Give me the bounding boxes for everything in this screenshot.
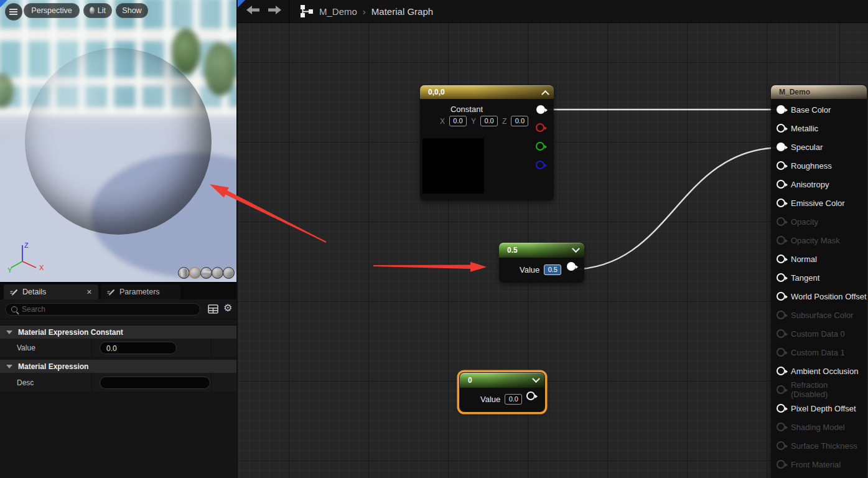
material-input-pin[interactable] (777, 460, 785, 469)
breadcrumb-root[interactable]: M_Demo (319, 6, 357, 17)
desc-property-label: Desc (0, 373, 92, 392)
value-label: Value (480, 395, 500, 404)
display-filter-icon[interactable] (208, 304, 218, 314)
search-input[interactable]: Search (5, 303, 200, 316)
constant-output-pin-g[interactable] (536, 142, 544, 151)
material-pin-row[interactable]: Ambient Occlusion (777, 362, 867, 380)
material-input-pin[interactable] (777, 292, 785, 301)
material-pin-row[interactable]: Subsurface Color (777, 306, 867, 324)
material-graph-panel[interactable]: 0,0,0 Constant X 0.0 Y 0.0 Z 0.0 (238, 0, 868, 478)
back-arrow-icon (246, 6, 260, 14)
material-input-pin[interactable] (777, 423, 785, 431)
value-property-label: Value (0, 339, 92, 357)
tab-close-icon[interactable]: ✕ (86, 288, 92, 296)
material-input-pin[interactable] (777, 367, 785, 375)
half-node-header[interactable]: 0.5 (499, 243, 584, 258)
teapot-mesh-button[interactable] (223, 267, 235, 279)
zero-value-input[interactable]: 0.0 (505, 394, 522, 405)
material-pin-row[interactable]: Shading Model (777, 418, 867, 436)
section-material-expression[interactable]: Material Expression (0, 359, 236, 373)
material-pin-row[interactable]: Pixel Depth Offset (777, 399, 867, 418)
back-button[interactable] (243, 6, 264, 17)
material-input-pin[interactable] (777, 180, 785, 189)
show-button[interactable]: Show (116, 3, 148, 18)
material-pin-row[interactable]: Base Color (777, 100, 867, 119)
material-pin-row[interactable]: Front Material (777, 455, 867, 474)
section-material-expression-constant[interactable]: Material Expression Constant (0, 325, 236, 339)
material-pin-row[interactable]: Opacity (777, 212, 867, 231)
material-input-pin[interactable] (777, 441, 785, 450)
zero-constant-node[interactable]: 0 Value 0.0 (460, 373, 544, 411)
material-pin-row[interactable]: Surface Thickness (777, 436, 867, 455)
material-pin-label: Specular (791, 143, 823, 152)
breadcrumb-current[interactable]: Material Graph (371, 6, 433, 17)
material-input-pin[interactable] (777, 404, 785, 413)
material-pin-row[interactable]: Refraction (Disabled) (777, 380, 867, 399)
material-pin-row[interactable]: Emissive Color (777, 194, 867, 212)
material-pin-row[interactable]: Custom Data 1 (777, 343, 867, 362)
tab-parameters[interactable]: Parameters (101, 284, 180, 299)
material-input-pin[interactable] (777, 311, 785, 319)
material-input-pin[interactable] (777, 385, 785, 394)
constant-output-pin-b[interactable] (536, 161, 544, 169)
result-node-header[interactable]: M_Demo (771, 85, 867, 99)
material-input-pin[interactable] (777, 329, 785, 338)
half-output-pin[interactable] (567, 262, 576, 271)
cube-mesh-button[interactable] (212, 267, 223, 279)
axis-field-input[interactable]: 0.0 (511, 116, 528, 126)
plane-mesh-button[interactable] (200, 267, 212, 279)
viewport-menu-button[interactable] (5, 3, 22, 21)
material-input-pin[interactable] (777, 124, 785, 133)
material-input-pin[interactable] (777, 199, 785, 207)
material-pin-row[interactable]: World Position Offset (777, 287, 867, 306)
desc-property-input[interactable] (100, 377, 210, 389)
collapse-chevron-down-icon[interactable] (532, 375, 540, 383)
material-input-pin[interactable] (777, 105, 785, 114)
material-pin-row[interactable]: Custom Data 0 (777, 324, 867, 343)
preview-sphere[interactable] (25, 48, 212, 235)
axis-x-label: X (39, 264, 44, 271)
axis-gizmo: Z X Y (6, 240, 50, 279)
forward-button[interactable] (264, 6, 285, 17)
collapse-chevron-up-icon[interactable] (541, 90, 549, 98)
details-panel: Details ✕ Parameters Search (0, 283, 236, 478)
collapse-chevron-down-icon[interactable] (572, 245, 580, 253)
perspective-button[interactable]: Perspective (24, 3, 80, 18)
material-input-pin[interactable] (777, 255, 785, 263)
result-node-pins: Base Color Metallic Specular Rou (777, 100, 867, 474)
constant3-node-header[interactable]: 0,0,0 (420, 85, 554, 99)
settings-gear-icon[interactable]: ⚙ (223, 302, 232, 314)
material-pin-row[interactable]: Normal (777, 250, 867, 268)
material-pin-row[interactable]: Opacity Mask (777, 231, 867, 250)
tab-details-label: Details (22, 288, 46, 296)
material-pin-row[interactable]: Specular (777, 138, 867, 156)
material-input-pin[interactable] (777, 217, 785, 226)
result-node[interactable]: M_Demo Base Color Metallic (771, 85, 867, 478)
cylinder-mesh-button[interactable] (178, 267, 190, 279)
constant3-node[interactable]: 0,0,0 Constant X 0.0 Y 0.0 Z 0.0 (420, 85, 554, 200)
preview-viewport[interactable]: Perspective Lit Show Z X Y (0, 0, 236, 283)
lit-mode-button[interactable]: Lit (83, 3, 112, 18)
constant-output-pin-r[interactable] (536, 123, 544, 132)
zero-output-pin[interactable] (526, 391, 535, 400)
tab-details[interactable]: Details ✕ (4, 284, 98, 299)
material-input-pin[interactable] (777, 143, 785, 151)
material-input-pin[interactable] (777, 348, 785, 357)
constant-output-pin-rgb[interactable] (536, 105, 545, 114)
wire-half-to-specular[interactable] (572, 148, 780, 269)
zero-node-header[interactable]: 0 (460, 373, 544, 388)
sphere-mesh-button[interactable] (189, 267, 201, 279)
material-input-pin[interactable] (777, 236, 785, 245)
material-pin-row[interactable]: Tangent (777, 268, 867, 287)
graph-node-icon (299, 4, 314, 19)
material-pin-row[interactable]: Anisotropy (777, 175, 867, 194)
material-input-pin[interactable] (777, 161, 785, 170)
axis-field-input[interactable]: 0.0 (480, 116, 498, 126)
material-pin-row[interactable]: Roughness (777, 156, 867, 175)
material-pin-row[interactable]: Metallic (777, 119, 867, 138)
value-property-input[interactable]: 0.0 (100, 342, 177, 354)
half-constant-node[interactable]: 0.5 Value 0.5 (499, 243, 584, 283)
axis-field-input[interactable]: 0.0 (449, 116, 467, 126)
half-value-input[interactable]: 0.5 (544, 265, 561, 275)
material-input-pin[interactable] (777, 273, 785, 282)
